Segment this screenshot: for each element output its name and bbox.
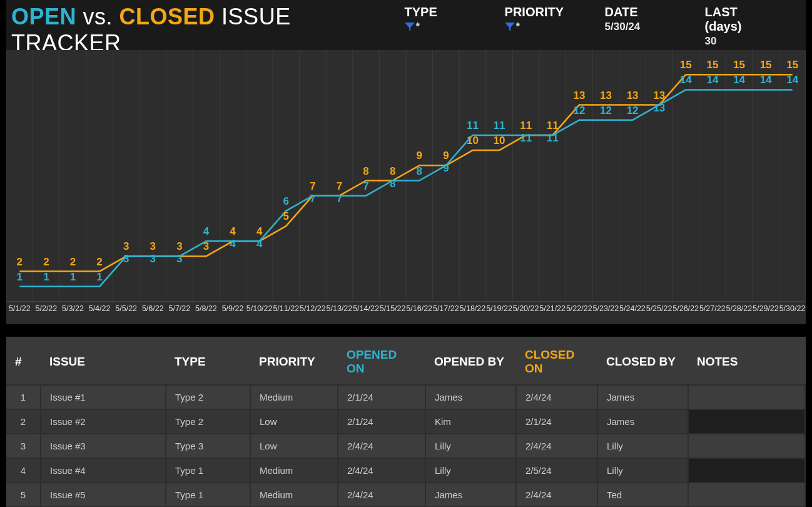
cell-number[interactable]: 3 xyxy=(6,434,41,458)
datalabel-open: 8 xyxy=(390,178,395,190)
table-row[interactable]: 1Issue #1Type 2Medium2/1/24James2/4/24Ja… xyxy=(6,385,805,409)
xtick: 5/12/22 xyxy=(300,304,327,320)
table-row[interactable]: 4Issue #4Type 1Medium2/4/24Lilly2/5/24Li… xyxy=(6,458,805,483)
cell-opened-on[interactable]: 2/4/24 xyxy=(338,458,425,483)
xtick: 5/10/22 xyxy=(246,304,273,320)
filter-icon[interactable] xyxy=(405,23,415,31)
title-closed: CLOSED xyxy=(119,4,215,29)
meta-priority[interactable]: PRIORITY* xyxy=(505,5,574,48)
datalabel-open: 1 xyxy=(17,271,23,283)
cell-number[interactable]: 1 xyxy=(6,385,41,409)
datalabel-closed: 9 xyxy=(443,150,449,161)
cell-number[interactable]: 4 xyxy=(6,458,41,483)
title-vs: vs. xyxy=(83,4,113,29)
cell-issue[interactable]: Issue #4 xyxy=(41,458,166,483)
cell-priority[interactable]: Low xyxy=(250,434,338,458)
cell-issue[interactable]: Issue #3 xyxy=(41,434,166,458)
datalabel-open: 14 xyxy=(706,74,718,86)
datalabel-closed: 11 xyxy=(520,120,532,131)
cell-priority[interactable]: Medium xyxy=(250,458,338,483)
cell-priority[interactable]: Medium xyxy=(250,483,338,507)
cell-type[interactable]: Type 1 xyxy=(166,483,250,507)
table-row[interactable]: 3Issue #3Type 3Low2/4/24Lilly2/4/24Lilly xyxy=(6,434,805,458)
cell-type[interactable]: Type 2 xyxy=(166,385,250,409)
datalabel-closed: 3 xyxy=(176,240,182,252)
datalabel-closed: 2 xyxy=(43,256,49,268)
cell-opened-on[interactable]: 2/4/24 xyxy=(338,434,425,458)
meta-last-days-: LAST (days)30 xyxy=(705,5,776,48)
cell-priority[interactable]: Medium xyxy=(250,385,338,409)
xtick: 5/8/22 xyxy=(193,304,220,320)
cell-opened-on[interactable]: 2/4/24 xyxy=(338,483,425,507)
cell-closed-on[interactable]: 2/4/24 xyxy=(516,434,597,458)
table-row[interactable]: 2Issue #2Type 2Low2/1/24Kim2/1/24James xyxy=(6,409,805,434)
th-opened-by[interactable]: OPENED BY xyxy=(425,342,516,385)
cell-closed-on[interactable]: 2/5/24 xyxy=(516,458,597,483)
th-priority[interactable]: PRIORITY xyxy=(250,342,338,385)
cell-type[interactable]: Type 2 xyxy=(166,409,250,434)
cell-opened-by[interactable]: Lilly xyxy=(425,458,516,483)
cell-opened-by[interactable]: James xyxy=(425,385,516,409)
th-type[interactable]: TYPE xyxy=(166,342,250,385)
cell-closed-by[interactable]: Ted xyxy=(597,483,688,507)
title-open: OPEN xyxy=(11,4,76,29)
filter-icon[interactable] xyxy=(505,23,515,31)
th-notes[interactable]: NOTES xyxy=(688,342,805,385)
cell-opened-by[interactable]: James xyxy=(425,483,516,507)
meta-type[interactable]: TYPE* xyxy=(405,5,474,48)
cell-issue[interactable]: Issue #5 xyxy=(41,483,166,507)
cell-opened-on[interactable]: 2/1/24 xyxy=(338,409,425,434)
cell-closed-on[interactable]: 2/1/24 xyxy=(516,409,597,434)
cell-closed-on[interactable]: 2/4/24 xyxy=(516,385,597,409)
datalabel-closed: 11 xyxy=(547,120,559,131)
issue-table-body: 1Issue #1Type 2Medium2/1/24James2/4/24Ja… xyxy=(6,385,805,507)
cell-opened-by[interactable]: Lilly xyxy=(425,434,516,458)
meta-value[interactable]: * xyxy=(405,21,474,33)
th-closed-on[interactable]: CLOSED ON xyxy=(516,342,597,385)
datalabel-open: 6 xyxy=(283,195,289,207)
cell-issue[interactable]: Issue #1 xyxy=(41,385,166,409)
cell-notes[interactable] xyxy=(688,385,805,409)
cell-closed-by[interactable]: Lilly xyxy=(597,458,688,483)
cell-notes[interactable] xyxy=(688,483,805,507)
cell-issue[interactable]: Issue #2 xyxy=(41,409,166,434)
cell-number[interactable]: 2 xyxy=(6,409,41,434)
meta-value-text: 30 xyxy=(705,35,717,48)
cell-closed-by[interactable]: James xyxy=(597,385,688,409)
meta-date: DATE5/30/24 xyxy=(605,5,674,48)
meta-value[interactable]: * xyxy=(505,21,574,33)
datalabel-closed: 3 xyxy=(150,240,156,252)
cell-notes[interactable] xyxy=(688,458,805,483)
th-opened-on[interactable]: OPENED ON xyxy=(338,342,425,385)
datalabel-closed: 2 xyxy=(70,256,76,268)
datalabel-closed: 5 xyxy=(283,210,289,222)
table-row[interactable]: 5Issue #5Type 1Medium2/4/24James2/4/24Te… xyxy=(6,483,805,507)
th-closed-by[interactable]: CLOSED BY xyxy=(597,342,688,385)
th-issue[interactable]: ISSUE xyxy=(41,342,166,385)
xtick: 5/5/22 xyxy=(113,304,140,320)
cell-priority[interactable]: Low xyxy=(250,409,338,434)
cell-notes[interactable] xyxy=(688,409,805,434)
cell-opened-by[interactable]: Kim xyxy=(425,409,516,434)
datalabel-closed: 15 xyxy=(680,59,692,71)
datalabel-open: 1 xyxy=(96,271,102,283)
datalabel-closed: 4 xyxy=(256,225,263,237)
cell-opened-on[interactable]: 2/1/24 xyxy=(338,385,425,409)
xtick: 5/28/22 xyxy=(726,304,753,320)
datalabel-closed: 2 xyxy=(96,256,102,268)
header-meta: TYPE*PRIORITY*DATE5/30/24LAST (days)30 xyxy=(405,4,794,48)
cell-type[interactable]: Type 3 xyxy=(166,434,250,458)
cell-closed-by[interactable]: James xyxy=(597,409,688,434)
header-bar: OPEN vs. CLOSED ISSUE TRACKER TYPE*PRIOR… xyxy=(6,0,806,50)
issue-table: # ISSUE TYPE PRIORITY OPENED ON OPENED B… xyxy=(6,342,806,507)
cell-number[interactable]: 5 xyxy=(6,483,41,507)
cell-notes[interactable] xyxy=(688,434,805,458)
datalabel-closed: 15 xyxy=(706,59,718,71)
cell-type[interactable]: Type 1 xyxy=(166,458,250,483)
datalabel-open: 11 xyxy=(467,120,479,131)
th-number[interactable]: # xyxy=(6,342,41,385)
datalabel-open: 3 xyxy=(150,253,156,265)
cell-closed-by[interactable]: Lilly xyxy=(597,434,688,458)
cell-closed-on[interactable]: 2/4/24 xyxy=(516,483,597,507)
datalabel-closed: 8 xyxy=(390,165,395,177)
